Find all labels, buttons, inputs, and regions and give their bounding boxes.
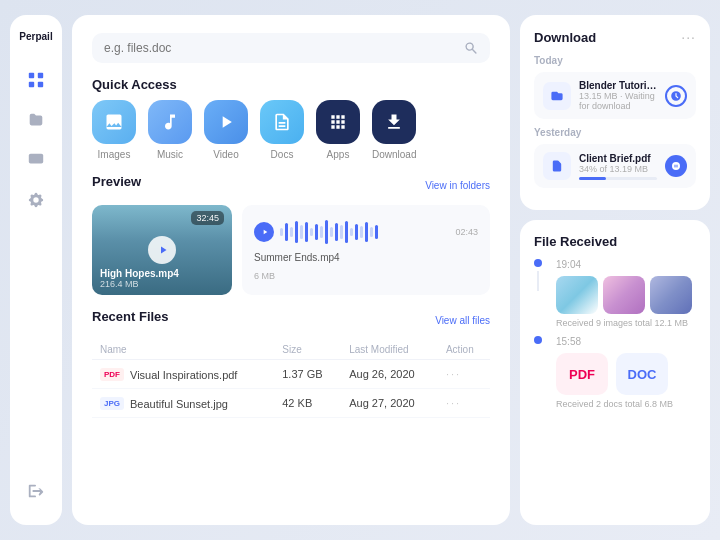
file-received-card: File Received 19:04 Received 9 images to…: [520, 220, 710, 525]
event-2-time: 15:58: [556, 336, 696, 347]
event-1-meta: Received 9 images total 12.1 MB: [556, 318, 696, 328]
download-item-yesterday: Client Brief.pdf 34% of 13.19 MB: [534, 144, 696, 188]
qa-docs-icon: [260, 100, 304, 144]
preview-section: Preview View in folders 32:45 High Hopes…: [92, 174, 490, 295]
preview-link[interactable]: View in folders: [425, 180, 490, 191]
download-info-today: Blender Tutorial.mp4 13.15 MB · Waiting …: [579, 80, 657, 111]
preview-video[interactable]: 32:45 High Hopes.mp4 216.4 MB: [92, 205, 232, 295]
file-modified: Aug 26, 2020: [341, 360, 438, 389]
download-pending-button[interactable]: [665, 85, 687, 107]
col-name: Name: [92, 340, 274, 360]
file-name-cell: PDF Visual Inspirations.pdf: [92, 360, 274, 389]
quick-access-title: Quick Access: [92, 77, 490, 92]
event-1-content: 19:04 Received 9 images total 12.1 MB: [556, 259, 696, 328]
download-meta: 34% of 13.19 MB: [579, 164, 657, 174]
qa-music[interactable]: Music: [148, 100, 192, 160]
search-input[interactable]: [104, 41, 456, 55]
download-item-today: Blender Tutorial.mp4 13.15 MB · Waiting …: [534, 72, 696, 119]
file-size: 42 KB: [274, 389, 341, 418]
preview-header: Preview View in folders: [92, 174, 490, 197]
file-size: 1.37 GB: [274, 360, 341, 389]
download-info-yesterday: Client Brief.pdf 34% of 13.19 MB: [579, 153, 657, 180]
file-name: Visual Inspirations.pdf: [130, 369, 237, 381]
download-progress-fill: [579, 177, 606, 180]
file-name-cell: JPG Beautiful Sunset.jpg: [92, 389, 274, 418]
file-action-menu[interactable]: ···: [446, 368, 461, 380]
file-action-menu[interactable]: ···: [446, 397, 461, 409]
sidebar-icon-monitor[interactable]: [18, 142, 54, 178]
qa-video-icon: [204, 100, 248, 144]
download-name: Blender Tutorial.mp4: [579, 80, 657, 91]
sidebar: Perpail: [10, 15, 62, 525]
download-menu-button[interactable]: ···: [681, 29, 696, 45]
qa-download-label: Download: [372, 149, 416, 160]
qa-apps-icon: [316, 100, 360, 144]
audio-title: Summer Ends.mp4: [254, 252, 478, 263]
col-modified: Last Modified: [341, 340, 438, 360]
qa-images-icon: [92, 100, 136, 144]
event-2-meta: Received 2 docs total 6.8 MB: [556, 399, 696, 409]
qa-music-label: Music: [157, 149, 183, 160]
sidebar-icon-folder[interactable]: [18, 102, 54, 138]
doc-badge-pdf: PDF: [556, 353, 608, 395]
logout-icon[interactable]: [18, 473, 54, 509]
video-duration: 32:45: [191, 211, 224, 225]
recent-files-header: Recent Files View all files: [92, 309, 490, 332]
audio-duration: 02:43: [455, 227, 478, 237]
file-modified: Aug 27, 2020: [341, 389, 438, 418]
download-meta: 13.15 MB · Waiting for download: [579, 91, 657, 111]
sidebar-icon-settings[interactable]: [18, 182, 54, 218]
svg-rect-4: [29, 154, 43, 164]
video-info: High Hopes.mp4 216.4 MB: [100, 268, 224, 289]
sidebar-icon-grid[interactable]: [18, 62, 54, 98]
doc-badge-doc: DOC: [616, 353, 668, 395]
received-docs: PDF DOC: [556, 353, 696, 395]
file-badge: PDF Visual Inspirations.pdf: [100, 368, 237, 381]
event-2-content: 15:58 PDF DOC Received 2 docs total 6.8 …: [556, 336, 696, 409]
quick-access-grid: Images Music Video: [92, 100, 490, 160]
quick-access-section: Quick Access Images Music: [92, 77, 490, 160]
video-size: 216.4 MB: [100, 279, 224, 289]
recent-files-table: Name Size Last Modified Action PDF Visua…: [92, 340, 490, 418]
download-pause-button[interactable]: [665, 155, 687, 177]
received-thumb-1: [556, 276, 598, 314]
today-label: Today: [534, 55, 696, 66]
file-type-pdf: PDF: [100, 368, 124, 381]
col-action: Action: [438, 340, 490, 360]
svg-rect-2: [29, 82, 34, 87]
download-file-icon-mp4: [543, 82, 571, 110]
qa-docs[interactable]: Docs: [260, 100, 304, 160]
search-bar: [92, 33, 490, 63]
audio-play-button[interactable]: [254, 222, 274, 242]
received-thumb-2: [603, 276, 645, 314]
audio-waveform: 02:43: [254, 220, 478, 244]
svg-rect-0: [29, 73, 34, 78]
qa-apps-label: Apps: [327, 149, 350, 160]
file-name: Beautiful Sunset.jpg: [130, 398, 228, 410]
col-size: Size: [274, 340, 341, 360]
file-received-title: File Received: [534, 234, 617, 249]
file-event-1: 19:04 Received 9 images total 12.1 MB: [534, 259, 696, 328]
video-play-button[interactable]: [148, 236, 176, 264]
preview-title: Preview: [92, 174, 141, 189]
download-card: Download ··· Today Blender Tutorial.mp4 …: [520, 15, 710, 210]
qa-download[interactable]: Download: [372, 100, 416, 160]
preview-grid: 32:45 High Hopes.mp4 216.4 MB: [92, 205, 490, 295]
search-icon: [464, 41, 478, 55]
timeline-left: [534, 259, 548, 328]
qa-video[interactable]: Video: [204, 100, 248, 160]
file-badge: JPG Beautiful Sunset.jpg: [100, 397, 228, 410]
table-row: PDF Visual Inspirations.pdf 1.37 GB Aug …: [92, 360, 490, 389]
file-event-2: 15:58 PDF DOC Received 2 docs total 6.8 …: [534, 336, 696, 409]
qa-apps[interactable]: Apps: [316, 100, 360, 160]
yesterday-label: Yesterday: [534, 127, 696, 138]
received-thumb-3: [650, 276, 692, 314]
timeline-left-2: [534, 336, 548, 409]
download-progress-bar: [579, 177, 657, 180]
recent-files-link[interactable]: View all files: [435, 315, 490, 326]
download-name: Client Brief.pdf: [579, 153, 657, 164]
qa-images-label: Images: [98, 149, 131, 160]
qa-video-label: Video: [213, 149, 238, 160]
preview-audio: 02:43 Summer Ends.mp4 6 MB: [242, 205, 490, 295]
qa-images[interactable]: Images: [92, 100, 136, 160]
